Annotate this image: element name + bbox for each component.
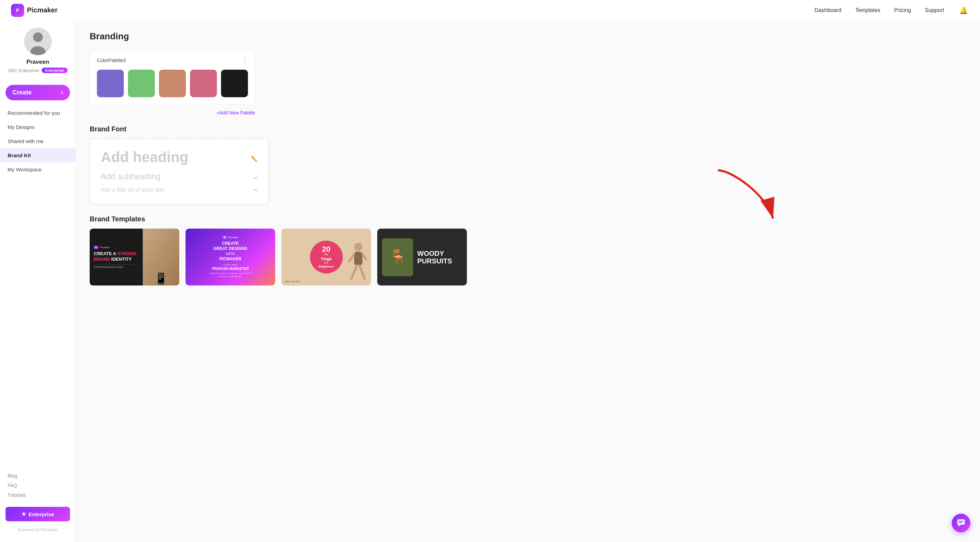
sidebar-profile: Praveen ABC Enterprise Enterprise	[0, 28, 76, 80]
page-title: Branding	[90, 31, 966, 42]
topnav-links: Dashboard Templates Pricing Support 🔔	[815, 5, 969, 16]
heading-edit-icon[interactable]: ✏️	[251, 156, 258, 162]
company-name: ABC Enterprise	[8, 68, 39, 73]
enterprise-btn-label: Enterprise	[29, 511, 54, 517]
template-card-3[interactable]: 20 Day Yoga For Beginners	[282, 229, 371, 286]
create-label: Create	[13, 89, 32, 96]
swatch-purple[interactable]	[97, 70, 124, 97]
sidebar-faq-link[interactable]: FAQ	[8, 481, 68, 490]
nav-pricing[interactable]: Pricing	[894, 7, 911, 13]
heading-row: Add heading ✏️	[101, 149, 258, 169]
svg-rect-5	[354, 252, 363, 265]
create-button[interactable]: Create ›	[6, 85, 70, 100]
brand-templates-title: Brand Templates	[90, 215, 966, 223]
logo-text: Picmaker	[27, 6, 57, 14]
templates-grid: P Picmaker CREATE A STRONG BRAND IDENTIT…	[90, 229, 966, 286]
sidebar-item-my-workspace[interactable]: My Workspace	[0, 162, 76, 176]
chat-fab-button[interactable]	[952, 514, 970, 532]
template-card-4[interactable]: 🪑 WOODYPURSUITS	[377, 229, 467, 286]
swatch-green[interactable]	[128, 70, 155, 97]
enterprise-badge: Enterprise	[42, 68, 67, 73]
palette-card: ColorPalette2 ⋮	[90, 50, 255, 105]
sidebar-item-brand-kit[interactable]: Brand Kit	[0, 148, 76, 162]
template-card-2[interactable]: P Picmaker CREATEGREAT DESIGNSWITHPICMAK…	[186, 229, 275, 286]
svg-rect-10	[957, 519, 965, 525]
topnav: P Picmaker Dashboard Templates Pricing S…	[0, 0, 980, 21]
sidebar-item-my-designs[interactable]: My Designs	[0, 120, 76, 134]
brand-templates-section: Brand Templates P	[90, 215, 966, 286]
nav-dashboard[interactable]: Dashboard	[815, 7, 842, 13]
sidebar-nav: Recommended for you My Designs Shared wi…	[0, 106, 76, 461]
app-layout: Praveen ABC Enterprise Enterprise Create…	[0, 21, 980, 542]
swatch-black[interactable]	[221, 70, 248, 97]
logo[interactable]: P Picmaker	[11, 4, 57, 17]
palette-card-title: ColorPalette2	[97, 57, 126, 63]
avatar	[24, 28, 52, 55]
heading-placeholder[interactable]: Add heading	[101, 149, 188, 165]
company-row: ABC Enterprise Enterprise	[8, 68, 67, 73]
swatch-pink[interactable]	[190, 70, 217, 97]
svg-point-1	[33, 32, 43, 42]
svg-line-9	[360, 265, 364, 278]
add-palette-link[interactable]: +Add New Palette	[90, 110, 255, 116]
svg-rect-12	[959, 521, 963, 522]
sidebar-item-shared[interactable]: Shared with me	[0, 134, 76, 148]
body-placeholder[interactable]: Add a little bit of body text	[101, 187, 164, 193]
svg-line-8	[352, 265, 357, 278]
enterprise-button[interactable]: ★ Enterprise	[6, 507, 70, 521]
svg-marker-11	[958, 525, 961, 527]
subheading-placeholder[interactable]: Add subheading	[101, 172, 160, 181]
nav-templates[interactable]: Templates	[855, 7, 880, 13]
palette-swatches	[97, 70, 248, 97]
create-arrow-icon: ›	[61, 89, 63, 96]
template-card-1[interactable]: P Picmaker CREATE A STRONG BRAND IDENTIT…	[90, 229, 179, 286]
user-name: Praveen	[26, 59, 49, 65]
main-content: Branding ColorPalette2 ⋮ +Add New Palett…	[76, 21, 980, 542]
notification-bell-icon[interactable]: 🔔	[958, 5, 969, 16]
svg-line-6	[349, 254, 354, 261]
svg-line-7	[363, 254, 366, 260]
sidebar: Praveen ABC Enterprise Enterprise Create…	[0, 21, 76, 542]
logo-icon: P	[11, 4, 24, 17]
brand-font-box: Add heading ✏️ Add subheading ✏ Add a li…	[90, 138, 269, 205]
sidebar-bottom: Blog FAQ Tutorials	[0, 467, 76, 503]
star-icon: ★	[21, 511, 26, 517]
sidebar-blog-link[interactable]: Blog	[8, 471, 68, 481]
sidebar-tutorials-link[interactable]: Tutorials	[8, 490, 68, 500]
palette-card-header: ColorPalette2 ⋮	[97, 57, 248, 64]
swatch-brown[interactable]	[159, 70, 186, 97]
sidebar-item-recommended[interactable]: Recommended for you	[0, 106, 76, 120]
brand-font-title: Brand Font	[90, 125, 966, 133]
palette-menu-icon[interactable]: ⋮	[242, 57, 248, 64]
nav-support[interactable]: Support	[925, 7, 944, 13]
body-edit-icon[interactable]: ✏	[254, 187, 258, 193]
svg-point-4	[354, 243, 363, 251]
subheading-edit-icon[interactable]: ✏	[254, 175, 258, 181]
subheading-row: Add subheading ✏	[101, 172, 258, 184]
svg-rect-13	[959, 522, 962, 523]
powered-by-text: Powered By Picmaker	[0, 525, 76, 535]
body-row: Add a little bit of body text ✏	[101, 187, 258, 193]
